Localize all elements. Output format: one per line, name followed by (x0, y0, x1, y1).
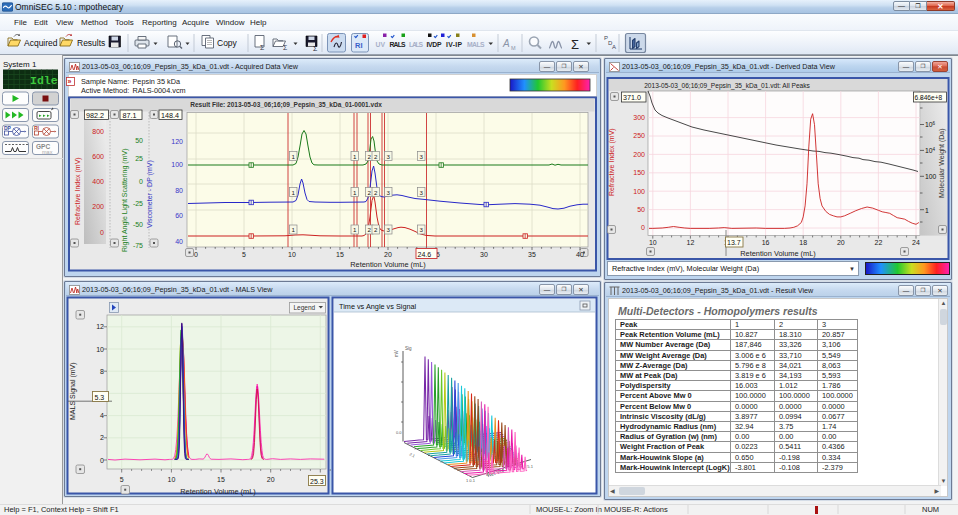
svg-text:40: 40 (175, 238, 183, 245)
svg-text:3: 3 (419, 226, 423, 233)
svg-text:800: 800 (92, 128, 104, 135)
svg-text:System 1: System 1 (3, 60, 37, 69)
svg-text:16: 16 (762, 239, 770, 246)
svg-text:25: 25 (135, 155, 143, 162)
svg-text:RALS-0004.vcm: RALS-0004.vcm (133, 86, 186, 95)
svg-text:22: 22 (875, 239, 883, 246)
svg-text:Copy: Copy (217, 38, 238, 48)
svg-text:148.4: 148.4 (161, 111, 179, 120)
svg-text:80: 80 (175, 187, 183, 194)
svg-text:1: 1 (925, 207, 929, 214)
svg-text:1: 1 (353, 226, 357, 233)
svg-text:Time vs Angle vs Signal: Time vs Angle vs Signal (339, 302, 417, 311)
svg-text:RALS: RALS (390, 41, 406, 48)
svg-text:RI: RI (34, 125, 40, 131)
svg-text:371.0: 371.0 (623, 93, 641, 102)
svg-text:1: 1 (291, 226, 295, 233)
svg-text:50: 50 (135, 137, 143, 144)
svg-text:10: 10 (168, 476, 176, 483)
svg-text:2: 2 (367, 226, 371, 233)
svg-text:0.0: 0.0 (396, 430, 402, 435)
svg-text:Sig: Sig (405, 346, 412, 351)
svg-text:0: 0 (194, 251, 198, 258)
svg-text:982.2: 982.2 (86, 111, 104, 120)
svg-text:25.3: 25.3 (310, 478, 324, 485)
svg-text:3: 3 (386, 189, 390, 196)
svg-text:0: 0 (100, 229, 104, 236)
svg-text:Legend: Legend (294, 304, 316, 312)
svg-text:20: 20 (384, 251, 392, 258)
svg-text:10: 10 (288, 251, 296, 258)
svg-text:Σ: Σ (283, 44, 288, 51)
svg-text:Σ: Σ (571, 37, 579, 52)
svg-text:6.846e+8: 6.846e+8 (915, 94, 943, 101)
svg-text:MALS: MALS (467, 41, 485, 48)
svg-text:IVDP: IVDP (427, 41, 442, 48)
svg-text:87.1: 87.1 (123, 111, 137, 120)
svg-text:Refractive Index (mV): Refractive Index (mV) (74, 157, 82, 225)
svg-text:12: 12 (687, 239, 695, 246)
svg-text:0: 0 (641, 224, 645, 231)
svg-text:0: 0 (139, 178, 143, 185)
svg-text:250: 250 (633, 132, 645, 139)
svg-text:LALS: LALS (409, 41, 423, 48)
svg-text:13.7: 13.7 (727, 239, 741, 246)
svg-text:2: 2 (374, 226, 378, 233)
svg-text:1: 1 (353, 153, 357, 160)
svg-text:Σ: Σ (260, 44, 265, 51)
svg-text:10: 10 (649, 239, 657, 246)
svg-text:40: 40 (576, 251, 584, 258)
svg-text:15: 15 (336, 251, 344, 258)
svg-text:2: 2 (374, 153, 378, 160)
svg-text:»: » (68, 78, 72, 85)
svg-text:Refractive Index (mV): Refractive Index (mV) (608, 128, 616, 196)
svg-text:10: 10 (96, 346, 104, 353)
svg-text:200: 200 (633, 151, 645, 158)
svg-text:3: 3 (419, 153, 423, 160)
svg-text:4: 4 (100, 412, 104, 419)
svg-text:IV-IP: IV-IP (446, 41, 462, 48)
svg-text:3: 3 (386, 226, 390, 233)
svg-text:8: 8 (100, 368, 104, 375)
svg-text:-75: -75 (133, 242, 143, 249)
svg-text:Viscometer - DP (mV): Viscometer - DP (mV) (146, 160, 154, 228)
svg-text:2: 2 (100, 434, 104, 441)
svg-text:1: 1 (291, 189, 295, 196)
svg-text:2: 2 (374, 189, 378, 196)
svg-text:150: 150 (633, 169, 645, 176)
svg-text:1: 1 (353, 189, 357, 196)
svg-text:100: 100 (925, 173, 937, 180)
svg-text:24: 24 (912, 239, 920, 246)
svg-text:50: 50 (637, 206, 645, 213)
svg-text:Result File: 2013-05-03_06;16;: Result File: 2013-05-03_06;16;09_Pepsin_… (190, 101, 382, 109)
svg-text:max: max (42, 149, 53, 155)
svg-text:DP: DP (4, 125, 12, 131)
svg-text:Pepsin 35 kDa: Pepsin 35 kDa (133, 77, 181, 86)
svg-text:Idle: Idle (30, 74, 58, 87)
svg-text:M: M (511, 45, 516, 51)
svg-text:3: 3 (419, 189, 423, 196)
svg-text:2: 2 (367, 153, 371, 160)
svg-text:2013-05-03_06;16;09_Pepsin_35_: 2013-05-03_06;16;09_Pepsin_35_kDa_01.vdt… (644, 82, 810, 90)
svg-text:400: 400 (92, 178, 104, 185)
svg-text:100: 100 (633, 188, 645, 195)
svg-text:200: 200 (92, 203, 104, 210)
svg-text:MALS Signal (mV): MALS Signal (mV) (69, 362, 77, 420)
svg-text:120: 120 (171, 138, 183, 145)
svg-text:1 0.1: 1 0.1 (466, 478, 476, 483)
svg-text:20: 20 (267, 476, 275, 483)
svg-text:-50: -50 (133, 221, 143, 228)
svg-text:Sample Name:: Sample Name: (81, 77, 129, 86)
svg-text:5: 5 (242, 251, 246, 258)
svg-text:15: 15 (217, 476, 225, 483)
svg-text:RI: RI (355, 41, 363, 50)
svg-text:5.3: 5.3 (95, 394, 105, 401)
svg-text:-25: -25 (133, 200, 143, 207)
svg-text:600: 600 (92, 153, 104, 160)
svg-text:Results: Results (77, 38, 105, 48)
svg-text:0: 0 (100, 457, 104, 464)
svg-text:18: 18 (799, 239, 807, 246)
svg-text:Active Method:: Active Method: (81, 86, 129, 95)
svg-text:Acquired: Acquired (24, 38, 58, 48)
svg-text:Σ: Σ (313, 45, 318, 52)
